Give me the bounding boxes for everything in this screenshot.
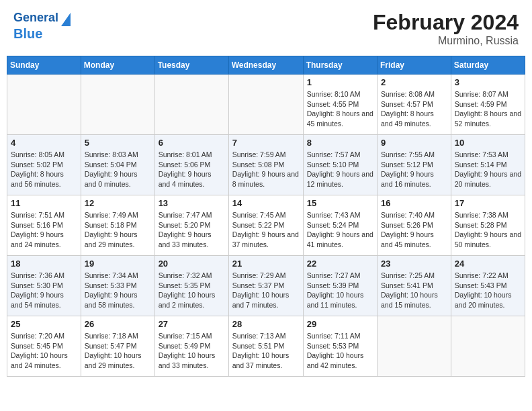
day-info: Sunrise: 7:55 AM Sunset: 5:12 PM Dayligh… <box>381 150 447 189</box>
subtitle: Murmino, Russia <box>373 35 519 47</box>
day-cell: 22Sunrise: 7:27 AM Sunset: 5:39 PM Dayli… <box>303 256 377 316</box>
day-info: Sunrise: 7:51 AM Sunset: 5:16 PM Dayligh… <box>11 210 77 250</box>
day-info: Sunrise: 8:07 AM Sunset: 4:59 PM Dayligh… <box>455 89 521 129</box>
day-number: 8 <box>307 138 373 148</box>
logo-blue-text: Blue <box>13 26 42 41</box>
day-info: Sunrise: 7:57 AM Sunset: 5:10 PM Dayligh… <box>307 150 373 189</box>
week-row-4: 18Sunrise: 7:36 AM Sunset: 5:30 PM Dayli… <box>7 256 525 316</box>
day-info: Sunrise: 7:18 AM Sunset: 5:47 PM Dayligh… <box>85 331 151 371</box>
day-cell: 14Sunrise: 7:45 AM Sunset: 5:22 PM Dayli… <box>228 195 303 256</box>
day-number: 3 <box>455 77 521 87</box>
day-number: 21 <box>232 259 300 269</box>
calendar-table: SundayMondayTuesdayWednesdayThursdayFrid… <box>7 56 525 377</box>
week-row-1: 1Sunrise: 8:10 AM Sunset: 4:55 PM Daylig… <box>7 75 525 135</box>
day-cell: 5Sunrise: 8:03 AM Sunset: 5:04 PM Daylig… <box>81 135 154 195</box>
col-header-tuesday: Tuesday <box>154 56 228 75</box>
col-header-sunday: Sunday <box>7 56 81 75</box>
day-cell: 20Sunrise: 7:32 AM Sunset: 5:35 PM Dayli… <box>154 256 228 316</box>
day-number: 19 <box>85 259 151 269</box>
day-cell: 24Sunrise: 7:22 AM Sunset: 5:43 PM Dayli… <box>451 256 525 316</box>
day-cell: 6Sunrise: 8:01 AM Sunset: 5:06 PM Daylig… <box>154 135 228 195</box>
day-cell <box>7 75 81 135</box>
day-cell: 29Sunrise: 7:11 AM Sunset: 5:53 PM Dayli… <box>303 316 377 377</box>
logo: General Blue <box>13 10 71 41</box>
day-cell: 2Sunrise: 8:08 AM Sunset: 4:57 PM Daylig… <box>378 75 451 135</box>
day-number: 13 <box>159 198 225 208</box>
day-info: Sunrise: 7:20 AM Sunset: 5:45 PM Dayligh… <box>11 331 77 371</box>
day-cell: 17Sunrise: 7:38 AM Sunset: 5:28 PM Dayli… <box>451 195 525 256</box>
day-cell: 27Sunrise: 7:15 AM Sunset: 5:49 PM Dayli… <box>154 316 228 377</box>
day-number: 12 <box>85 198 151 208</box>
day-number: 2 <box>381 77 447 87</box>
day-number: 4 <box>11 138 77 148</box>
day-info: Sunrise: 8:03 AM Sunset: 5:04 PM Dayligh… <box>85 150 151 189</box>
week-row-3: 11Sunrise: 7:51 AM Sunset: 5:16 PM Dayli… <box>7 195 525 256</box>
day-info: Sunrise: 7:15 AM Sunset: 5:49 PM Dayligh… <box>159 331 225 371</box>
day-number: 11 <box>11 198 77 208</box>
day-cell <box>154 75 228 135</box>
day-cell: 18Sunrise: 7:36 AM Sunset: 5:30 PM Dayli… <box>7 256 81 316</box>
day-number: 6 <box>159 138 225 148</box>
day-info: Sunrise: 7:59 AM Sunset: 5:08 PM Dayligh… <box>232 150 300 189</box>
page-header: General Blue February 2024 Murmino, Russ… <box>7 7 525 50</box>
title-section: February 2024 Murmino, Russia <box>373 10 519 47</box>
day-info: Sunrise: 7:27 AM Sunset: 5:39 PM Dayligh… <box>307 271 373 310</box>
day-cell: 3Sunrise: 8:07 AM Sunset: 4:59 PM Daylig… <box>451 75 525 135</box>
col-header-thursday: Thursday <box>303 56 377 75</box>
day-info: Sunrise: 8:05 AM Sunset: 5:02 PM Dayligh… <box>11 150 77 189</box>
day-cell: 15Sunrise: 7:43 AM Sunset: 5:24 PM Dayli… <box>303 195 377 256</box>
day-info: Sunrise: 7:34 AM Sunset: 5:33 PM Dayligh… <box>85 271 151 310</box>
day-info: Sunrise: 7:43 AM Sunset: 5:24 PM Dayligh… <box>307 210 373 250</box>
day-info: Sunrise: 7:40 AM Sunset: 5:26 PM Dayligh… <box>381 210 447 250</box>
day-number: 7 <box>232 138 300 148</box>
day-info: Sunrise: 7:38 AM Sunset: 5:28 PM Dayligh… <box>455 210 521 250</box>
day-cell: 4Sunrise: 8:05 AM Sunset: 5:02 PM Daylig… <box>7 135 81 195</box>
day-cell <box>228 75 303 135</box>
day-info: Sunrise: 7:36 AM Sunset: 5:30 PM Dayligh… <box>11 271 77 310</box>
day-cell: 19Sunrise: 7:34 AM Sunset: 5:33 PM Dayli… <box>81 256 154 316</box>
day-cell: 26Sunrise: 7:18 AM Sunset: 5:47 PM Dayli… <box>81 316 154 377</box>
day-number: 16 <box>381 198 447 208</box>
day-number: 28 <box>232 319 300 329</box>
day-cell: 16Sunrise: 7:40 AM Sunset: 5:26 PM Dayli… <box>378 195 451 256</box>
day-number: 26 <box>85 319 151 329</box>
day-info: Sunrise: 7:32 AM Sunset: 5:35 PM Dayligh… <box>159 271 225 310</box>
day-cell: 10Sunrise: 7:53 AM Sunset: 5:14 PM Dayli… <box>451 135 525 195</box>
day-number: 9 <box>381 138 447 148</box>
day-cell: 8Sunrise: 7:57 AM Sunset: 5:10 PM Daylig… <box>303 135 377 195</box>
day-cell: 13Sunrise: 7:47 AM Sunset: 5:20 PM Dayli… <box>154 195 228 256</box>
day-number: 24 <box>455 259 521 269</box>
day-info: Sunrise: 7:49 AM Sunset: 5:18 PM Dayligh… <box>85 210 151 250</box>
day-info: Sunrise: 7:22 AM Sunset: 5:43 PM Dayligh… <box>455 271 521 310</box>
day-number: 15 <box>307 198 373 208</box>
day-number: 5 <box>85 138 151 148</box>
logo-text: General <box>13 11 58 25</box>
day-number: 23 <box>381 259 447 269</box>
day-cell <box>81 75 154 135</box>
day-info: Sunrise: 8:08 AM Sunset: 4:57 PM Dayligh… <box>381 89 447 129</box>
col-header-friday: Friday <box>378 56 451 75</box>
day-number: 27 <box>159 319 225 329</box>
col-header-monday: Monday <box>81 56 154 75</box>
day-info: Sunrise: 7:45 AM Sunset: 5:22 PM Dayligh… <box>232 210 300 250</box>
day-number: 17 <box>455 198 521 208</box>
day-cell: 9Sunrise: 7:55 AM Sunset: 5:12 PM Daylig… <box>378 135 451 195</box>
day-number: 1 <box>307 77 373 87</box>
day-number: 10 <box>455 138 521 148</box>
day-number: 20 <box>159 259 225 269</box>
day-cell: 12Sunrise: 7:49 AM Sunset: 5:18 PM Dayli… <box>81 195 154 256</box>
day-info: Sunrise: 7:13 AM Sunset: 5:51 PM Dayligh… <box>232 331 300 371</box>
day-cell <box>378 316 451 377</box>
day-info: Sunrise: 7:11 AM Sunset: 5:53 PM Dayligh… <box>307 331 373 371</box>
day-cell: 28Sunrise: 7:13 AM Sunset: 5:51 PM Dayli… <box>228 316 303 377</box>
week-row-5: 25Sunrise: 7:20 AM Sunset: 5:45 PM Dayli… <box>7 316 525 377</box>
day-cell: 23Sunrise: 7:25 AM Sunset: 5:41 PM Dayli… <box>378 256 451 316</box>
day-info: Sunrise: 7:47 AM Sunset: 5:20 PM Dayligh… <box>159 210 225 250</box>
day-cell <box>451 316 525 377</box>
col-header-wednesday: Wednesday <box>228 56 303 75</box>
day-info: Sunrise: 8:01 AM Sunset: 5:06 PM Dayligh… <box>159 150 225 189</box>
day-cell: 21Sunrise: 7:29 AM Sunset: 5:37 PM Dayli… <box>228 256 303 316</box>
day-info: Sunrise: 7:29 AM Sunset: 5:37 PM Dayligh… <box>232 271 300 310</box>
day-cell: 1Sunrise: 8:10 AM Sunset: 4:55 PM Daylig… <box>303 75 377 135</box>
day-cell: 11Sunrise: 7:51 AM Sunset: 5:16 PM Dayli… <box>7 195 81 256</box>
